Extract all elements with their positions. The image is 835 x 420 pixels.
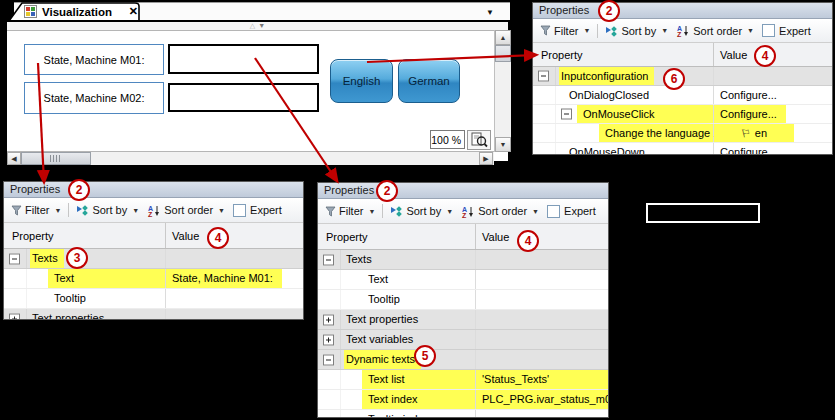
german-button[interactable]: German (398, 59, 460, 103)
property-row-text-variables[interactable]: Text variables (318, 330, 608, 350)
expand-icon[interactable] (323, 334, 334, 345)
scroll-up-button[interactable]: ▲ (495, 30, 511, 45)
grid-header[interactable]: Property Value (533, 43, 832, 67)
annotation-badge-2: 2 (68, 179, 90, 201)
value-cell[interactable]: 'Status_Texts' (476, 370, 608, 389)
property-row-text-list[interactable]: Text list'Status_Texts' (318, 370, 608, 390)
expand-icon[interactable] (9, 313, 20, 320)
magnifier-page-icon (471, 132, 488, 148)
property-row-tooltip[interactable]: Tooltip (4, 289, 303, 309)
editor-splitter[interactable]: △ ▼ (7, 22, 508, 31)
property-row-texts[interactable]: Texts (318, 250, 608, 270)
property-row-tooltip-index[interactable]: Tooltip index (318, 410, 608, 418)
label-state-machine-m01[interactable]: State, Machine M01: (24, 44, 164, 75)
value-column-header[interactable]: Value (482, 231, 509, 243)
column-divider[interactable] (713, 43, 714, 66)
filter-button[interactable]: Filter▼ (323, 204, 377, 218)
dropdown-caret-icon: ▼ (532, 208, 539, 215)
property-row-text[interactable]: Text (318, 270, 608, 290)
horizontal-scroll-thumb[interactable] (21, 152, 91, 165)
property-row-ondialogclosed[interactable]: OnDialogClosedConfigure... (533, 86, 832, 105)
vertical-scroll-thumb[interactable] (495, 45, 511, 62)
status-textbox-m02[interactable] (168, 83, 319, 112)
value-cell[interactable] (166, 249, 303, 268)
value-cell[interactable] (476, 330, 608, 349)
scroll-left-icon: ◀ (11, 155, 16, 163)
zoom-level-box[interactable]: 100 % (430, 130, 465, 149)
value-cell[interactable] (476, 410, 608, 418)
label-state-machine-m02[interactable]: State, Machine M02: (24, 82, 164, 114)
value-cell[interactable]: Configure... (714, 86, 832, 104)
collapse-icon[interactable] (9, 253, 20, 264)
expert-checkbox[interactable] (547, 205, 560, 218)
value-cell[interactable] (476, 290, 608, 309)
property-row-dynamic-texts[interactable]: Dynamic texts (318, 350, 608, 370)
value-cell[interactable]: Configure... (714, 105, 832, 123)
expand-icon[interactable] (323, 314, 334, 325)
expert-checkbox[interactable] (233, 204, 246, 217)
value-cell[interactable] (166, 309, 303, 320)
scroll-up-icon: ▲ (500, 34, 507, 41)
thumb-grip (50, 155, 62, 162)
window-menu-icon[interactable]: ▼ (486, 8, 494, 17)
property-row-text-index[interactable]: Text indexPLC_PRG.ivar_status_m01 (318, 390, 608, 410)
collapse-icon[interactable] (323, 254, 334, 265)
grid-header[interactable]: Property Value (318, 224, 608, 250)
scroll-down-button[interactable]: ▼ (495, 137, 511, 152)
value-column-header[interactable]: Value (172, 230, 199, 242)
sort-order-button[interactable]: A Z Sort order▼ (459, 204, 541, 219)
sort-by-button[interactable]: Sort by▼ (603, 24, 670, 38)
tab-close-icon[interactable]: ✕ (129, 5, 138, 18)
collapse-icon[interactable] (323, 354, 334, 365)
value-column-header[interactable]: Value (720, 49, 747, 61)
property-row-text-properties[interactable]: Text properties (4, 309, 303, 320)
property-column-header[interactable]: Property (326, 231, 368, 243)
value-cell[interactable] (714, 67, 832, 85)
status-textbox-m01[interactable] (168, 44, 319, 74)
value-cell[interactable] (476, 310, 608, 329)
filter-funnel-icon (11, 205, 22, 216)
value-cell[interactable]: PLC_PRG.ivar_status_m01 (476, 390, 608, 409)
value-cell[interactable]: Configure... (714, 143, 832, 155)
value-cell[interactable] (476, 270, 608, 289)
english-button[interactable]: English (330, 59, 393, 103)
property-row-tooltip[interactable]: Tooltip (318, 290, 608, 310)
sort-order-button[interactable]: A Z Sort order▼ (145, 203, 227, 218)
value-cell[interactable]: ⚐en (714, 124, 832, 142)
value-cell[interactable]: State, Machine M01: (166, 269, 303, 288)
horizontal-scrollbar[interactable]: ◀ ▶ (7, 151, 494, 165)
property-row-text-properties[interactable]: Text properties (318, 310, 608, 330)
expert-checkbox[interactable] (762, 24, 775, 37)
filter-button[interactable]: Filter▼ (538, 24, 592, 38)
vertical-scrollbar[interactable]: ▲ ▼ (494, 30, 511, 152)
property-row-change-the-language[interactable]: Change the language .⚐en (533, 124, 832, 143)
collapse-icon[interactable] (538, 71, 549, 82)
filter-button[interactable]: Filter▼ (9, 203, 63, 217)
property-row-texts[interactable]: Texts (4, 249, 303, 269)
sort-by-button[interactable]: Sort by▼ (388, 204, 455, 218)
sort-order-button[interactable]: A Z Sort order▼ (674, 23, 756, 38)
zoom-tool-icon[interactable] (467, 130, 491, 150)
column-divider[interactable] (165, 223, 166, 248)
property-column-header[interactable]: Property (541, 49, 583, 61)
grid-header[interactable]: Property Value (4, 223, 303, 249)
expert-checkbox-label: Expert (779, 25, 811, 37)
property-row-onmousedown[interactable]: OnMouseDownConfigure... (533, 143, 832, 155)
properties-panel-texts: Properties Filter▼ Sort by▼ A Z Sort ord… (3, 181, 304, 320)
scroll-left-button[interactable]: ◀ (7, 152, 21, 165)
property-row-text[interactable]: TextState, Machine M01: (4, 269, 303, 289)
collapse-icon[interactable] (561, 109, 572, 120)
expert-checkbox-label: Expert (564, 205, 596, 217)
scroll-right-button[interactable]: ▶ (479, 152, 493, 165)
column-divider[interactable] (475, 224, 476, 249)
annotation-badge-4: 4 (754, 45, 776, 67)
property-column-header[interactable]: Property (12, 230, 54, 242)
tab-visualization[interactable]: Visualization ✕ (8, 2, 142, 21)
panel-title: Properties (4, 182, 303, 198)
property-row-onmouseclick[interactable]: OnMouseClickConfigure... (533, 105, 832, 124)
value-cell[interactable] (476, 350, 608, 369)
toolbar-separator (68, 203, 69, 217)
value-cell[interactable] (476, 250, 608, 269)
value-cell[interactable] (166, 289, 303, 308)
sort-by-button[interactable]: Sort by▼ (74, 203, 141, 217)
